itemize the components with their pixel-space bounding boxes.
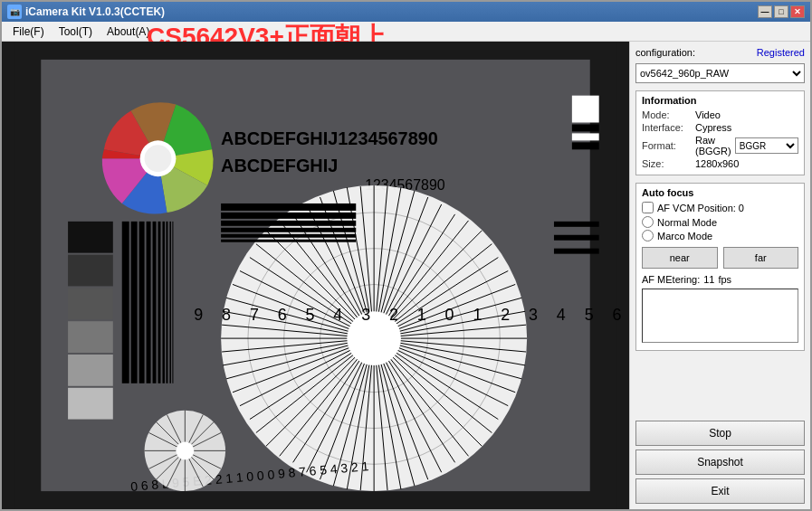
menu-file[interactable]: File(F) xyxy=(5,24,52,40)
main-window: 📷 iCamera Kit V1.0.3(CCTEK) — □ ✕ File(F… xyxy=(0,0,812,511)
af-buttons: near far xyxy=(642,247,798,269)
svg-rect-77 xyxy=(68,255,113,287)
action-buttons: Stop Snapshot Exit xyxy=(635,421,805,504)
minimize-button[interactable]: — xyxy=(758,5,772,18)
svg-rect-121 xyxy=(572,142,599,149)
normal-mode-label: Normal Mode xyxy=(657,217,717,228)
svg-rect-79 xyxy=(68,321,113,353)
menu-about[interactable]: About(A) xyxy=(100,24,157,40)
svg-rect-80 xyxy=(68,355,113,386)
stop-button[interactable]: Stop xyxy=(635,421,805,446)
svg-rect-95 xyxy=(221,228,356,232)
restore-button[interactable]: □ xyxy=(774,5,788,18)
svg-rect-118 xyxy=(572,96,599,123)
svg-rect-91 xyxy=(172,222,173,383)
config-label: configuration: xyxy=(635,47,695,58)
app-icon: 📷 xyxy=(7,5,22,19)
svg-point-3 xyxy=(145,145,172,172)
svg-rect-76 xyxy=(68,222,113,253)
af-log-box xyxy=(642,289,798,343)
af-metering-value: 11 xyxy=(703,274,714,285)
svg-rect-90 xyxy=(169,222,170,383)
sensor-dropdown[interactable]: ov5642_960p_RAW xyxy=(635,63,805,83)
format-row: Format: Raw (BGGR) BGGR RGGB GRBG GBRG xyxy=(642,135,798,156)
svg-rect-97 xyxy=(221,240,356,242)
mode-value: Video xyxy=(695,109,721,120)
svg-rect-123 xyxy=(554,235,599,241)
far-button[interactable]: far xyxy=(723,247,799,269)
window-title: iCamera Kit V1.0.3(CCTEK) xyxy=(25,5,758,18)
svg-rect-122 xyxy=(554,222,599,227)
right-panel: configuration: Registered ov5642_960p_RA… xyxy=(629,42,810,509)
svg-rect-96 xyxy=(221,234,356,238)
svg-rect-85 xyxy=(147,222,151,383)
close-button[interactable]: ✕ xyxy=(790,5,805,18)
svg-rect-84 xyxy=(139,222,145,383)
format-raw: Raw (BGGR) xyxy=(695,135,731,156)
mode-label: Mode: xyxy=(642,109,692,120)
af-vcm-checkbox[interactable] xyxy=(642,202,654,213)
info-title: Information xyxy=(642,95,798,106)
info-group: Information Mode: Video Interface: Cypre… xyxy=(635,90,805,175)
svg-rect-92 xyxy=(221,203,356,211)
svg-rect-86 xyxy=(153,222,157,383)
svg-text:9 8 7 6 5 4 3 2 1 0 1 2 3 4 5 : 9 8 7 6 5 4 3 2 1 0 1 2 3 4 5 6 7 8 9 xyxy=(194,306,629,324)
size-label: Size: xyxy=(642,158,692,169)
svg-rect-124 xyxy=(554,249,599,254)
marco-mode-label: Marco Mode xyxy=(657,231,712,241)
svg-rect-82 xyxy=(122,222,129,383)
marco-mode-radio[interactable] xyxy=(642,230,654,241)
svg-rect-120 xyxy=(572,133,599,140)
svg-point-117 xyxy=(176,441,194,459)
fps-label: fps xyxy=(718,274,731,285)
svg-rect-89 xyxy=(166,222,167,383)
title-bar: 📷 iCamera Kit V1.0.3(CCTEK) — □ ✕ xyxy=(2,2,810,22)
normal-mode-row: Normal Mode xyxy=(642,216,798,228)
af-vcm-row: AF VCM Position: 0 xyxy=(642,202,798,213)
interface-row: Interface: Cypress xyxy=(642,122,798,133)
svg-rect-93 xyxy=(221,213,356,219)
svg-rect-94 xyxy=(221,221,356,226)
menu-tool[interactable]: Tool(T) xyxy=(52,24,100,40)
autofocus-group: Auto focus AF VCM Position: 0 Normal Mod… xyxy=(635,183,805,351)
mode-row: Mode: Video xyxy=(642,109,798,120)
snapshot-button[interactable]: Snapshot xyxy=(635,449,805,475)
autofocus-title: Auto focus xyxy=(642,187,798,198)
af-metering-label: AF MEtering: xyxy=(642,274,700,285)
interface-value: Cypress xyxy=(695,122,731,133)
format-select[interactable]: BGGR RGGB GRBG GBRG xyxy=(735,137,798,154)
window-controls: — □ ✕ xyxy=(758,5,805,18)
svg-rect-81 xyxy=(68,388,113,420)
format-label: Format: xyxy=(642,140,692,151)
svg-rect-78 xyxy=(68,288,113,319)
af-vcm-label: AF VCM Position: 0 xyxy=(657,203,744,213)
main-content: ABCDEFGHIJ1234567890 ABCDEFGHIJ 12345678… xyxy=(2,42,810,509)
af-metering-row: AF MEtering: 11 fps xyxy=(642,274,798,285)
normal-mode-radio[interactable] xyxy=(642,216,654,228)
exit-button[interactable]: Exit xyxy=(635,478,805,504)
menu-bar: File(F) Tool(T) About(A) CS5642V3+正面朝上 xyxy=(2,22,810,42)
svg-rect-83 xyxy=(131,222,138,383)
size-row: Size: 1280x960 xyxy=(642,158,798,169)
svg-text:ABCDEFGHIJ: ABCDEFGHIJ xyxy=(221,156,338,175)
marco-mode-row: Marco Mode xyxy=(642,230,798,241)
svg-rect-87 xyxy=(158,222,161,383)
config-status: Registered xyxy=(757,47,805,58)
interface-label: Interface: xyxy=(642,122,692,133)
svg-rect-88 xyxy=(162,222,164,383)
svg-rect-119 xyxy=(572,124,599,131)
config-row: configuration: Registered xyxy=(635,47,805,58)
svg-text:ABCDEFGHIJ1234567890: ABCDEFGHIJ1234567890 xyxy=(221,128,438,148)
dropdown-container: ov5642_960p_RAW xyxy=(635,63,805,83)
near-button[interactable]: near xyxy=(642,247,718,269)
camera-view: ABCDEFGHIJ1234567890 ABCDEFGHIJ 12345678… xyxy=(2,42,629,509)
size-value: 1280x960 xyxy=(695,158,739,169)
